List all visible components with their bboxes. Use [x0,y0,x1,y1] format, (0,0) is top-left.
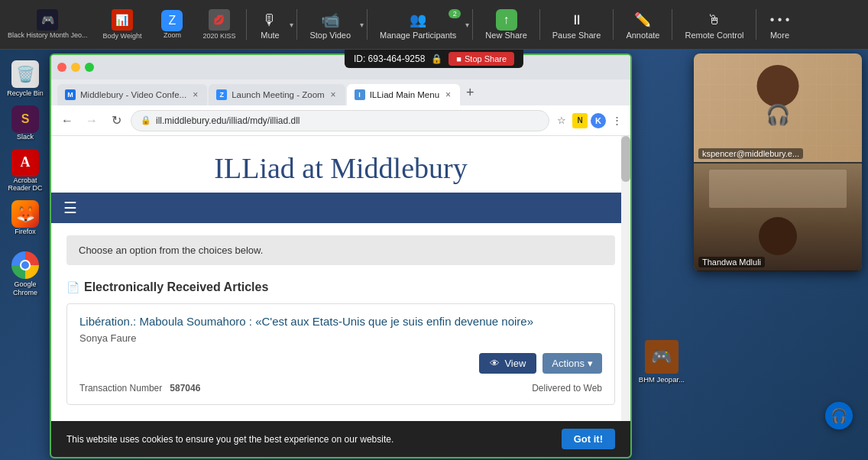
document-icon: 📄 [66,281,79,293]
transaction-number: 587046 [170,383,200,394]
desktop-icon-chrome[interactable]: GoogleChrome [3,248,47,300]
stop-video-chevron[interactable]: ▾ [360,21,364,29]
info-box: Choose an option from the choices below. [66,235,615,265]
stop-share-icon: ■ [456,54,462,63]
tab-middlebury[interactable]: M Middlebury - Video Confe... × [57,84,207,105]
desktop-icon-acrobat[interactable]: A AcrobatReader DC [3,146,47,196]
video-participant-2: Thandwa Mdluli [694,162,862,270]
close-button[interactable] [57,63,66,72]
remote-control-button[interactable]: 🖱 Remote Control [675,6,753,43]
cortana-icon: 🎧 [831,407,847,424]
tab-close-illiad[interactable]: × [444,89,452,101]
article-author: Sonya Faure [79,332,602,344]
pause-share-button[interactable]: ⏸ Pause Share [543,6,611,43]
tab-favicon-zoom: Z [216,89,227,100]
remote-control-icon: 🖱 [704,9,725,31]
headset-icon: 🎧 [757,103,799,127]
illiad-content: Choose an option from the choices below.… [51,223,630,417]
divider-7 [672,9,672,40]
delivered-status: Delivered to Web [532,383,602,394]
scrollbar-thumb[interactable] [621,136,630,182]
kebab-menu-icon[interactable]: ⋮ [609,113,624,128]
sidebar-desktop-icons: 🗑️ Recycle Bin S Slack A AcrobatReader D… [3,57,47,300]
divider-3 [367,9,368,40]
cortana-button[interactable]: 🎧 [825,402,853,429]
transaction-label: Transaction Number 587046 [79,383,200,394]
taskbar-icon-2020kiss[interactable]: 💋 2020 KISS [195,6,243,43]
taskbar-icon-black-history[interactable]: 🎮 Black History Month Jeo... [0,6,96,43]
participant-2-name: Thandwa Mdluli [698,257,765,267]
tab-close-zoom[interactable]: × [329,89,338,101]
more-icon: • • • [769,9,790,31]
taskbar-icon-body-weight[interactable]: 📊 Body Weight [96,6,150,43]
address-icons: ☆ N K ⋮ [554,113,624,128]
participant-2-bg [694,164,862,270]
new-share-icon: ↑ [496,9,517,31]
cookie-message: This website uses cookies to ensure you … [66,434,394,445]
video-participant-1: 🎧 kspencer@middlebury.e... [694,53,862,162]
secure-icon: 🔒 [141,115,151,125]
stop-video-button[interactable]: 📹 Stop Video [300,6,360,43]
browser-titlebar [51,55,630,79]
participant-2-avatar [759,217,797,255]
desktop-icon-firefox[interactable]: 🦊 Firefox [3,197,47,239]
back-button[interactable]: ← [57,111,77,131]
tab-favicon-middlebury: M [65,89,76,100]
bhm-icon: 🎮 [645,340,679,374]
reload-button[interactable]: ↻ [106,111,126,131]
hamburger-icon[interactable]: ☰ [63,199,77,217]
forward-button[interactable]: → [82,111,102,131]
norton-icon: N [572,113,588,128]
transaction-row: Transaction Number 587046 Delivered to W… [79,383,602,394]
scrollbar-track [621,136,630,451]
maximize-button[interactable] [85,63,94,72]
acrobat-icon: A [11,149,39,177]
actions-button[interactable]: Actions ▾ [542,353,602,374]
desktop-icon-slack[interactable]: S Slack [3,102,47,144]
meeting-id: ID: 693-464-9258 [354,53,425,64]
meeting-id-bar: ID: 693-464-9258 🔒 ■ Stop Share [345,50,523,68]
manage-participants-button[interactable]: 👥 2 Manage Participants [371,6,465,43]
mute-chevron[interactable]: ▾ [290,21,293,29]
view-button[interactable]: 👁 View [479,353,536,374]
taskbar-icon-zoom[interactable]: Z Zoom [149,7,195,42]
eye-icon: 👁 [490,358,500,369]
firefox-icon: 🦊 [11,200,39,228]
participants-badge: 2 [449,9,461,18]
got-it-button[interactable]: Got it! [562,429,615,449]
desktop-icon-recycle-bin[interactable]: 🗑️ Recycle Bin [3,57,47,101]
pause-icon: ⏸ [566,9,588,31]
stop-share-button[interactable]: ■ Stop Share [449,52,514,66]
zoom-icon: Z [161,10,183,31]
background-board [709,170,847,208]
annotate-icon: ✏️ [632,9,653,31]
address-field[interactable]: 🔒 ill.middlebury.edu/illiad/mdy/illiad.d… [131,110,549,131]
desktop: 🎮 Black History Month Jeo... 📊 Body Weig… [0,0,868,460]
participants-chevron[interactable]: ▾ [465,21,469,29]
k-icon: K [591,113,606,128]
tab-favicon-illiad: I [355,89,365,100]
participant-1-avatar [757,65,799,107]
divider-6 [613,9,614,40]
mute-button[interactable]: 🎙 Mute [250,6,290,43]
browser-window: M Middlebury - Video Confe... × Z Launch… [50,53,632,458]
participant-1-name: kspencer@middlebury.e... [698,148,803,159]
lock-icon: 🔒 [431,53,442,64]
desktop-icon-bhm[interactable]: 🎮 BHM Jeopar... [639,340,685,384]
new-tab-button[interactable]: + [462,85,479,101]
minimize-button[interactable] [71,63,80,72]
stop-video-icon: 📹 [319,9,341,31]
article-title: Libération.: Maboula Soumahoro : «C'est … [79,315,602,328]
tab-zoom[interactable]: Z Launch Meeting - Zoom × [209,84,345,105]
bookmark-icon[interactable]: ☆ [554,113,569,128]
chrome-icon [11,251,39,279]
illiad-header: ILLiad at Middlebury [51,136,630,193]
annotate-button[interactable]: ✏️ Annotate [617,6,669,43]
tab-close-middlebury[interactable]: × [191,89,199,101]
actions-chevron-icon: ▾ [588,358,593,369]
tab-illiad[interactable]: I ILLiad Main Menu × [347,84,460,105]
section-title: 📄 Electronically Received Articles [66,280,615,294]
page-content: ILLiad at Middlebury ☰ Choose an option … [51,136,630,451]
more-button[interactable]: • • • More [760,6,799,43]
new-share-button[interactable]: ↑ New Share [476,6,536,43]
